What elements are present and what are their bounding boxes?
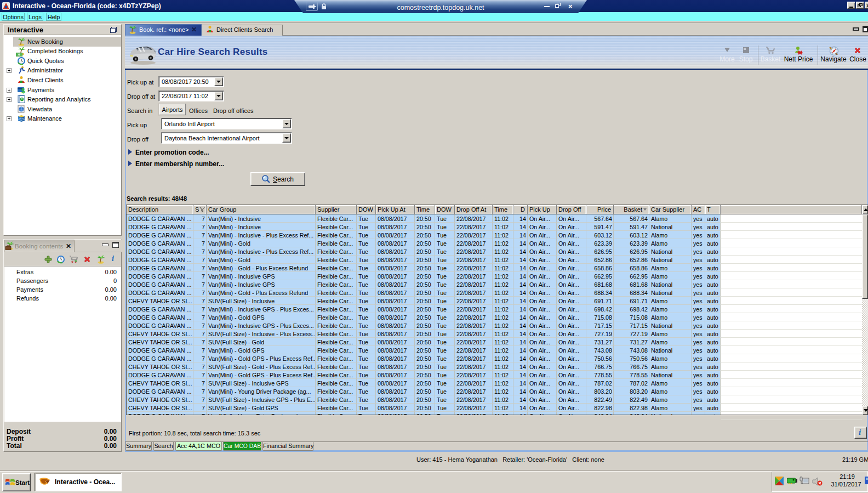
svg-text:$: $ — [21, 87, 25, 94]
